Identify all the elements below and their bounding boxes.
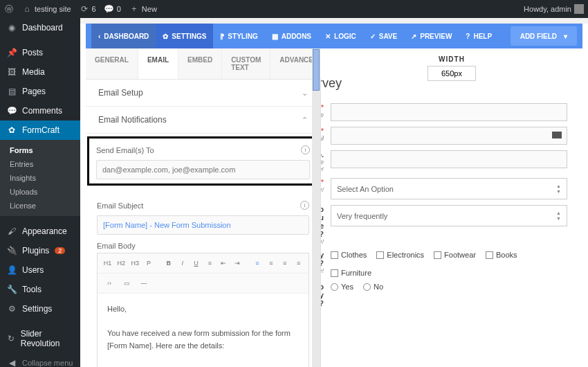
stepper-icon: ▲▼ <box>556 211 561 221</box>
subject-label: Email Subject <box>97 202 143 210</box>
sidebar-item-appearance[interactable]: 🖌Appearance <box>0 222 80 241</box>
nav-settings[interactable]: ✿SETTINGS <box>156 24 213 48</box>
chevron-up-icon: ⌃ <box>302 116 308 125</box>
accordion-email-notifications[interactable]: Email Notifications⌃ <box>86 107 320 134</box>
ed-align-justify[interactable]: ≡ <box>293 257 304 269</box>
field-email[interactable] <box>331 127 567 145</box>
stepper-icon: ▲▼ <box>556 184 561 194</box>
nav-logic[interactable]: ✕LOGIC <box>318 24 363 48</box>
accordion-email-setup[interactable]: Email Setup⌄ <box>86 80 320 107</box>
email-body-editor: H1 H2 H3 P B I U ≡ ⇤ ⇥ ≡ ≡ ≡ <box>97 253 309 367</box>
field-mobile[interactable] <box>331 150 567 168</box>
new-link[interactable]: +New <box>129 4 157 14</box>
ed-bold[interactable]: B <box>163 257 174 269</box>
collapse-icon: ◀ <box>7 358 17 367</box>
sidebar-item-pages[interactable]: ▤Pages <box>0 82 80 101</box>
chevron-down-icon: ⌄ <box>302 89 308 98</box>
field-industry[interactable]: Select An Option▲▼ <box>331 178 567 199</box>
info-icon[interactable]: i <box>301 145 310 154</box>
wp-logo[interactable]: ⓦ <box>4 4 14 14</box>
ed-h1[interactable]: H1 <box>102 257 113 269</box>
chevron-left-icon: ‹ <box>98 33 100 40</box>
sidebar-item-dashboard[interactable]: ◉Dashboard <box>0 18 80 37</box>
checkbox[interactable] <box>331 251 338 259</box>
info-icon[interactable]: i <box>300 201 309 210</box>
plugin-badge: 2 <box>55 247 65 254</box>
ed-italic[interactable]: I <box>176 257 188 269</box>
ed-h3[interactable]: H3 <box>129 257 141 269</box>
ed-indent[interactable]: ⇥ <box>232 257 244 269</box>
sidebar-item-posts[interactable]: 📌Posts <box>0 43 80 62</box>
collapse-menu[interactable]: ◀Collapse menu <box>0 353 80 367</box>
sidebar-item-plugins[interactable]: 🔌Plugins2 <box>0 241 80 260</box>
sidebar-item-media[interactable]: 🖾Media <box>0 62 80 82</box>
user-icon: 👤 <box>7 265 17 275</box>
sub-forms[interactable]: Forms <box>0 143 80 157</box>
sidebar-item-formcraft[interactable]: ✿FormCraft <box>0 120 80 140</box>
add-field-button[interactable]: ADD FIELD▾ <box>511 26 577 46</box>
plug-icon: 🔌 <box>7 246 17 256</box>
nav-styling[interactable]: ⁋STYLING <box>213 24 264 48</box>
comments-link[interactable]: 💬0 <box>104 4 121 14</box>
nav-save[interactable]: ✓SAVE <box>363 24 405 48</box>
mail-icon <box>552 132 562 138</box>
help-icon: ? <box>466 33 470 40</box>
tab-custom-text[interactable]: CUSTOM TEXT <box>222 48 270 79</box>
ed-align-left[interactable]: ≡ <box>252 257 264 269</box>
sidebar-item-users[interactable]: 👤Users <box>0 260 80 280</box>
ed-hr[interactable]: — <box>136 277 151 289</box>
howdy-link[interactable]: Howdy, admin <box>524 4 584 14</box>
updates-link[interactable]: ⟳6 <box>80 4 96 14</box>
nav-dashboard[interactable]: ‹DASHBOARD <box>91 24 156 48</box>
field-name[interactable] <box>331 103 567 121</box>
sidebar-item-tools[interactable]: 🔧Tools <box>0 280 80 299</box>
sidebar-item-settings[interactable]: ⚙Settings <box>0 299 80 319</box>
radio[interactable] <box>363 283 371 291</box>
checkbox[interactable] <box>486 251 493 259</box>
scrollbar-thumb[interactable] <box>313 49 320 91</box>
checkbox[interactable] <box>376 251 384 259</box>
form-title: ce Survey <box>321 72 567 103</box>
tab-email[interactable]: EMAIL <box>138 48 178 79</box>
send-to-input[interactable] <box>96 160 310 179</box>
admin-sidebar: ◉Dashboard 📌Posts 🖾Media ▤Pages 💬Comment… <box>0 18 80 367</box>
wp-admin-toolbar: ⓦ ⌂testing site ⟳6 💬0 +New Howdy, admin <box>0 0 588 18</box>
checkbox[interactable] <box>434 251 441 259</box>
ed-p[interactable]: P <box>143 257 155 269</box>
tab-embed[interactable]: EMBED <box>178 48 222 79</box>
nav-help[interactable]: ?HELP <box>459 24 499 48</box>
settings-panel: GENERAL EMAIL EMBED CUSTOM TEXT ADVANCED… <box>86 48 321 367</box>
ed-image[interactable]: ▭ <box>119 277 134 289</box>
sub-license[interactable]: License <box>0 199 80 213</box>
sub-entries[interactable]: Entries <box>0 157 80 171</box>
ed-code[interactable]: ‹› <box>102 277 117 289</box>
ed-outdent[interactable]: ⇤ <box>218 257 230 269</box>
settings-tabs: GENERAL EMAIL EMBED CUSTOM TEXT ADVANCED <box>86 48 320 80</box>
radio[interactable] <box>331 283 338 291</box>
styling-icon: ⁋ <box>220 33 224 40</box>
subject-input[interactable] <box>97 215 309 235</box>
avatar <box>574 4 584 14</box>
save-icon: ✓ <box>370 33 376 40</box>
sidebar-item-comments[interactable]: 💬Comments <box>0 101 80 120</box>
sub-insights[interactable]: Insights <box>0 171 80 185</box>
preview-icon: ↗ <box>411 33 416 40</box>
nav-addons[interactable]: ▦ADDONS <box>265 24 318 48</box>
settings-scrollbar[interactable] <box>312 48 320 367</box>
field-pay-online: Yes No <box>331 283 567 291</box>
ed-underline[interactable]: U <box>190 257 202 269</box>
tab-general[interactable]: GENERAL <box>86 48 138 79</box>
checkbox[interactable] <box>331 269 338 277</box>
sub-uploads[interactable]: Uploads <box>0 185 80 199</box>
ed-align-right[interactable]: ≡ <box>279 257 291 269</box>
sidebar-item-slider[interactable]: ↻Slider Revolution <box>0 324 80 353</box>
ed-list[interactable]: ≡ <box>204 257 216 269</box>
ed-align-center[interactable]: ≡ <box>265 257 277 269</box>
site-link[interactable]: ⌂testing site <box>22 4 71 14</box>
ed-h2[interactable]: H2 <box>116 257 127 269</box>
field-frequency[interactable]: Very frequently▲▼ <box>331 205 567 226</box>
email-body-textarea[interactable]: Hello, You have received a new form subm… <box>98 294 309 367</box>
wrench-icon: 🔧 <box>7 285 17 294</box>
nav-preview[interactable]: ↗PREVIEW <box>404 24 459 48</box>
media-icon: 🖾 <box>7 67 17 77</box>
